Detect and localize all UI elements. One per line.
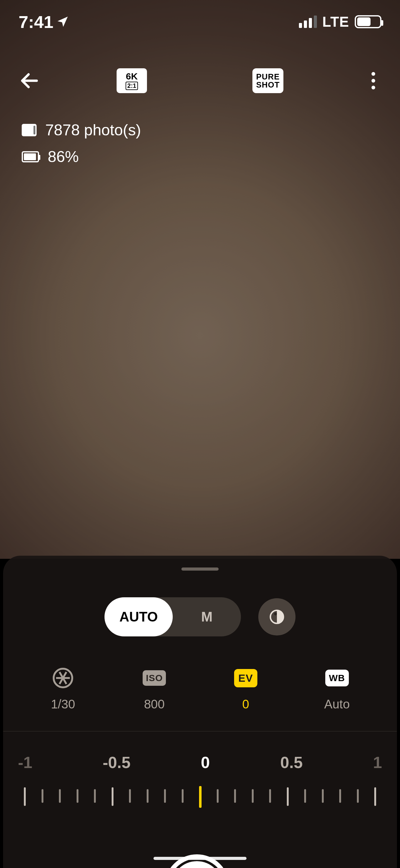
arrow-left-icon — [19, 70, 40, 92]
status-bar: 7:41 LTE — [0, 0, 400, 43]
panel-drag-handle[interactable] — [181, 567, 219, 570]
dot-icon — [371, 86, 375, 89]
camera-battery-label: 86% — [48, 148, 79, 166]
exposure-mode-switch: AUTO M — [104, 597, 241, 637]
ruler-label: 1 — [373, 753, 382, 772]
ev-ruler-labels: -1 -0.5 0 0.5 1 — [3, 753, 397, 772]
param-iso[interactable]: ISO 800 — [120, 666, 189, 711]
resolution-value: 6K — [126, 72, 138, 81]
iso-value: 800 — [144, 697, 165, 711]
ruler-label: -1 — [18, 753, 32, 772]
ruler-ticks — [25, 786, 375, 808]
ev-icon: EV — [234, 669, 257, 687]
mode-auto-button[interactable]: AUTO — [104, 597, 173, 637]
shutter-button[interactable] — [164, 854, 229, 868]
ruler-label: 0.5 — [280, 753, 303, 772]
info-overlay: 7878 photo(s) 86% — [22, 121, 141, 166]
camera-screen: 7:41 LTE 6K 2:1 PURE SHOT — [0, 0, 400, 868]
resolution-badge[interactable]: 6K 2:1 — [116, 68, 147, 93]
photo-count-label: 7878 photo(s) — [45, 121, 141, 139]
back-button[interactable] — [18, 69, 41, 93]
network-type: LTE — [323, 13, 349, 30]
exposure-icon — [268, 608, 286, 625]
sd-card-icon — [22, 124, 37, 136]
camera-battery-icon — [22, 151, 39, 162]
shutter-value: 1/30 — [51, 697, 75, 711]
control-panel: AUTO M 1/30 ISO 800 EV 0 — [3, 556, 397, 868]
dot-icon — [371, 79, 375, 83]
status-time: 7:41 — [19, 12, 53, 32]
more-button[interactable] — [364, 68, 382, 93]
param-ev[interactable]: EV 0 — [211, 666, 280, 711]
ev-ruler[interactable] — [3, 786, 397, 820]
wb-value: Auto — [324, 697, 350, 711]
aspect-ratio-value: 2:1 — [126, 82, 138, 90]
shot-mode-badge[interactable]: PURE SHOT — [253, 68, 284, 93]
param-wb[interactable]: WB Auto — [303, 666, 371, 711]
aperture-icon — [52, 667, 74, 689]
ev-value: 0 — [242, 697, 249, 711]
ruler-label: -0.5 — [103, 753, 131, 772]
param-shutter[interactable]: 1/30 — [29, 666, 97, 711]
top-toolbar: 6K 2:1 PURE SHOT — [0, 59, 400, 102]
shot-mode-line2: SHOT — [256, 81, 280, 89]
ruler-label-center: 0 — [201, 753, 210, 772]
iso-icon: ISO — [143, 670, 166, 686]
shutter-inner-icon — [171, 861, 223, 868]
location-icon — [56, 15, 69, 29]
dot-icon — [371, 72, 375, 76]
wb-icon: WB — [325, 670, 349, 686]
shot-mode-line1: PURE — [256, 73, 280, 81]
cellular-signal-icon — [299, 16, 317, 28]
exposure-adjust-button[interactable] — [258, 598, 296, 636]
home-indicator[interactable] — [154, 857, 246, 860]
battery-icon — [355, 15, 381, 28]
mode-manual-button[interactable]: M — [173, 597, 241, 637]
